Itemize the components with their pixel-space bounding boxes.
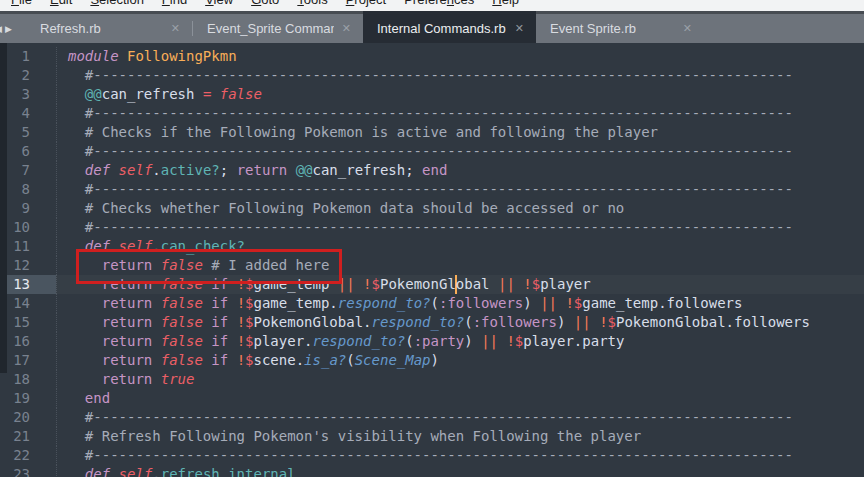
editor[interactable]: 1module FollowingPkmn2 #----------------… bbox=[0, 43, 864, 477]
code-line[interactable]: 10 #------------------------------------… bbox=[0, 218, 864, 237]
token-kw: return bbox=[102, 295, 153, 311]
line-number: 14 bbox=[0, 294, 56, 313]
code-line-text: #---------------------------------------… bbox=[56, 180, 864, 199]
code-line[interactable]: 22 #------------------------------------… bbox=[0, 446, 864, 465]
token-com: #---------------------------------------… bbox=[85, 447, 793, 463]
token-com: #---------------------------------------… bbox=[85, 143, 793, 159]
tab-close-icon[interactable]: ✕ bbox=[342, 22, 351, 35]
tab-event-sprite-commands-rb[interactable]: Event_Sprite Commands.rb✕ bbox=[193, 11, 363, 43]
code-line[interactable]: 2 #-------------------------------------… bbox=[0, 66, 864, 85]
code-line[interactable]: 12 return false # I added here bbox=[0, 256, 864, 275]
code-line[interactable]: 15 return false if !$PokemonGlobal.respo… bbox=[0, 313, 864, 332]
token-op: || bbox=[498, 276, 515, 292]
token-op: ! bbox=[237, 333, 245, 349]
code-line[interactable]: 17 return false if !$scene.is_a?(Scene_M… bbox=[0, 351, 864, 370]
tab-close-icon[interactable]: ✕ bbox=[683, 22, 692, 35]
token-kw: end bbox=[422, 162, 447, 178]
code-line-text: #---------------------------------------… bbox=[56, 142, 864, 161]
token-kw: return bbox=[102, 276, 153, 292]
token-kw: if bbox=[211, 314, 228, 330]
menu-item-goto[interactable]: Goto bbox=[242, 0, 288, 10]
token-sym: :followers bbox=[473, 314, 557, 330]
code-area: 1module FollowingPkmn2 #----------------… bbox=[0, 43, 864, 477]
token-op: ! bbox=[237, 276, 245, 292]
scroll-tabs-left-icon[interactable]: ◀ bbox=[0, 24, 2, 34]
code-line[interactable]: 13 return false if !$game_temp || !$Poke… bbox=[0, 275, 864, 294]
line-number: 19 bbox=[0, 389, 56, 408]
token-red: $ bbox=[245, 333, 253, 349]
token-fg bbox=[68, 124, 85, 140]
token-fn: refresh_internal bbox=[161, 466, 296, 477]
token-op: ! bbox=[523, 276, 531, 292]
token-fg: obal bbox=[456, 276, 490, 292]
token-op: || bbox=[338, 276, 355, 292]
menu-item-view[interactable]: View bbox=[196, 0, 242, 10]
code-line-text: def self.can_check? bbox=[56, 237, 864, 256]
menu-mnemonic: F bbox=[162, 0, 170, 7]
code-line[interactable]: 19 end bbox=[0, 389, 864, 408]
line-number: 6 bbox=[0, 142, 56, 161]
code-line[interactable]: 11 def self.can_check? bbox=[0, 237, 864, 256]
token-op: ! bbox=[599, 314, 607, 330]
menu-mnemonic: E bbox=[50, 0, 59, 7]
tab-refresh-rb[interactable]: Refresh.rb✕ bbox=[26, 11, 192, 43]
token-red: $ bbox=[245, 352, 253, 368]
code-line[interactable]: 9 # Checks whether Following Pokemon dat… bbox=[0, 199, 864, 218]
token-bluei: is_a? bbox=[304, 352, 346, 368]
code-line[interactable]: 1module FollowingPkmn bbox=[0, 47, 864, 66]
code-line[interactable]: 21 # Refresh Following Pokemon's visibil… bbox=[0, 427, 864, 446]
code-line[interactable]: 23 def self.refresh_internal bbox=[0, 465, 864, 477]
token-fg: can_refresh bbox=[102, 86, 203, 102]
token-fg: . bbox=[363, 314, 371, 330]
tab-close-icon[interactable]: ✕ bbox=[515, 22, 524, 35]
token-red: $ bbox=[608, 314, 616, 330]
tab-event-sprite-rb[interactable]: Event Sprite.rb✕ bbox=[536, 11, 704, 43]
token-fg bbox=[228, 295, 236, 311]
token-fg bbox=[228, 352, 236, 368]
token-fg: ) bbox=[523, 295, 531, 311]
menu-item-help[interactable]: Help bbox=[483, 0, 528, 10]
token-fg bbox=[68, 143, 85, 159]
menu-item-project[interactable]: Project bbox=[337, 0, 395, 10]
line-number: 17 bbox=[0, 351, 56, 370]
token-fg: . bbox=[152, 466, 160, 477]
code-line[interactable]: 6 #-------------------------------------… bbox=[0, 142, 864, 161]
menu-item-preferences[interactable]: Preferences bbox=[395, 0, 483, 10]
token-fg: ( bbox=[431, 295, 439, 311]
menu-item-edit[interactable]: Edit bbox=[41, 0, 81, 10]
token-kwi: module bbox=[68, 48, 119, 64]
menu-item-find[interactable]: Find bbox=[153, 0, 196, 10]
code-line[interactable]: 20 #------------------------------------… bbox=[0, 408, 864, 427]
token-redi: false bbox=[161, 257, 203, 273]
tab-internal-commands-rb[interactable]: Internal Commands.rb✕ bbox=[363, 11, 536, 43]
menu-item-selection[interactable]: Selection bbox=[81, 0, 152, 10]
code-line[interactable]: 14 return false if !$game_temp.respond_t… bbox=[0, 294, 864, 313]
token-com: # Checks if the Following Pokemon is act… bbox=[85, 124, 658, 140]
code-line-text: return false if !$PokemonGlobal.respond_… bbox=[56, 313, 864, 332]
code-line[interactable]: 8 #-------------------------------------… bbox=[0, 180, 864, 199]
code-line[interactable]: 5 # Checks if the Following Pokemon is a… bbox=[0, 123, 864, 142]
token-fg: ) bbox=[431, 352, 439, 368]
token-redi: false bbox=[161, 352, 203, 368]
token-fg bbox=[68, 105, 85, 121]
menu-item-file[interactable]: File bbox=[2, 0, 41, 10]
tab-close-icon[interactable]: ✕ bbox=[171, 22, 180, 35]
code-line[interactable]: 7 def self.active?; return @@can_refresh… bbox=[0, 161, 864, 180]
token-fg: game_temp bbox=[254, 276, 330, 292]
menu-item-tools[interactable]: Tools bbox=[288, 0, 336, 10]
scroll-tabs-right-icon[interactable]: ▶ bbox=[5, 24, 12, 34]
token-fg bbox=[68, 67, 85, 83]
line-number: 3 bbox=[0, 85, 56, 104]
tab-label: Event Sprite.rb bbox=[550, 21, 636, 36]
code-line[interactable]: 18 return true bbox=[0, 370, 864, 389]
token-fg bbox=[110, 238, 118, 254]
tab-label: Event_Sprite Commands.rb bbox=[207, 21, 334, 36]
token-fg bbox=[152, 371, 160, 387]
token-fg: ( bbox=[346, 352, 354, 368]
code-line[interactable]: 4 #-------------------------------------… bbox=[0, 104, 864, 123]
token-fg: can_refresh bbox=[313, 162, 406, 178]
code-line[interactable]: 3 @@can_refresh = false bbox=[0, 85, 864, 104]
code-line[interactable]: 16 return false if !$player.respond_to?(… bbox=[0, 332, 864, 351]
token-fg bbox=[68, 181, 85, 197]
token-op: || bbox=[481, 333, 498, 349]
